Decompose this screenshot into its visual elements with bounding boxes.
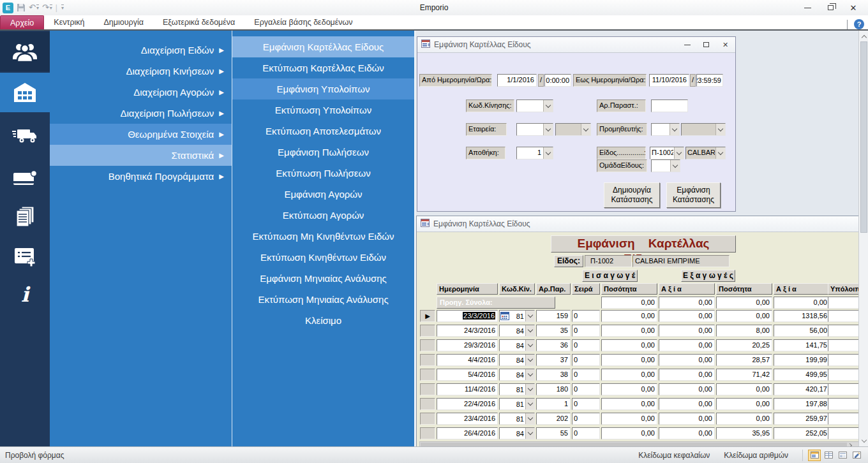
- etaireia-code-combo[interactable]: [516, 123, 553, 136]
- value-out-cell[interactable]: 259,97: [774, 413, 830, 425]
- column-header-bal[interactable]: Υπόλοιπο: [828, 283, 858, 295]
- menu-item-7[interactable]: Βοηθητικά Προγράμματα▶: [50, 166, 232, 187]
- submenu-item-8[interactable]: Εμφάνιση Αγορών: [232, 184, 414, 205]
- date-cell[interactable]: 11/4/2016: [437, 383, 498, 395]
- seira-cell[interactable]: 0: [572, 354, 600, 366]
- vscroll-thumb[interactable]: [860, 41, 867, 233]
- submenu-item-3[interactable]: Εμφάνιση Υπολοίπων: [232, 78, 414, 99]
- column-header-q2[interactable]: Ποσότητα: [716, 283, 772, 295]
- qty-out-cell[interactable]: 0,00: [716, 413, 772, 425]
- value-in-cell[interactable]: 0,00: [659, 354, 715, 366]
- chevron-down-icon[interactable]: [581, 124, 590, 135]
- sidebar-item-credit-card[interactable]: [0, 162, 50, 194]
- chevron-down-icon[interactable]: [715, 124, 725, 135]
- menu-item-2[interactable]: Διαχείριση Κινήσεων▶: [50, 61, 232, 82]
- chevron-down-icon[interactable]: [525, 384, 534, 395]
- row-selector[interactable]: [420, 413, 435, 425]
- chevron-down-icon[interactable]: [525, 340, 534, 351]
- arpar-cell[interactable]: 55: [536, 427, 571, 439]
- column-header-v1[interactable]: Α ξ ί α: [659, 283, 715, 295]
- sidebar-item-info[interactable]: i: [0, 278, 50, 311]
- submenu-item-6[interactable]: Εμφάνιση Πωλήσεων: [232, 142, 414, 163]
- etaireia-name-combo[interactable]: [555, 123, 591, 136]
- chevron-down-icon[interactable]: [715, 147, 725, 159]
- eidos-name-combo[interactable]: CALBARI ΕΜΠΡΙΜΕ: [685, 147, 726, 159]
- dialog-close-button[interactable]: ✕: [719, 40, 731, 50]
- vscroll-up-icon[interactable]: [859, 32, 868, 41]
- row-selector[interactable]: [420, 427, 435, 439]
- chevron-down-icon[interactable]: [543, 147, 553, 159]
- value-out-cell[interactable]: 199,99: [774, 354, 830, 366]
- value-in-cell[interactable]: 0,00: [659, 310, 715, 322]
- balance-cell[interactable]: -8: [828, 325, 858, 337]
- submenu-item-12[interactable]: Εμφάνιση Μηνιαίας Ανάλυσης: [232, 268, 414, 289]
- kod-kinisis-cell[interactable]: 84: [499, 339, 535, 351]
- submenu-item-9[interactable]: Εκτύπωση Αγορών: [232, 205, 414, 226]
- balance-cell[interactable]: -128: [828, 398, 858, 410]
- collapse-ribbon-icon[interactable]: [847, 20, 848, 29]
- seira-cell[interactable]: 0: [572, 413, 600, 425]
- arpar-cell[interactable]: 202: [536, 413, 571, 425]
- value-out-cell[interactable]: 252,05: [774, 427, 830, 439]
- seira-cell[interactable]: 0: [572, 339, 600, 351]
- date-cell[interactable]: 23/3/2016: [437, 310, 498, 322]
- qty-in-cell[interactable]: 0,00: [601, 413, 657, 425]
- submenu-item-5[interactable]: Εκτύπωση Αποτελεσμάτων: [232, 121, 414, 142]
- omada-eidous-combo[interactable]: [651, 159, 680, 172]
- value-out-cell[interactable]: 141,75: [774, 339, 830, 351]
- row-selector[interactable]: [420, 383, 435, 395]
- menu-item-5[interactable]: Θεωρημένα Στοιχεία▶: [50, 124, 232, 145]
- qty-in-cell[interactable]: 0,00: [601, 339, 657, 351]
- sidebar-item-form-add[interactable]: [0, 241, 50, 273]
- kod-kinisis-cell[interactable]: 84: [499, 427, 535, 439]
- chevron-down-icon[interactable]: [543, 124, 553, 135]
- chevron-down-icon[interactable]: [670, 160, 680, 172]
- chevron-down-icon[interactable]: [674, 147, 684, 159]
- qty-out-cell[interactable]: 0,00: [716, 383, 772, 395]
- undo-icon[interactable]: ↶▾: [29, 3, 39, 12]
- kod-kinisis-cell[interactable]: 84: [499, 325, 535, 337]
- qty-out-cell[interactable]: 8,00: [716, 325, 772, 337]
- seira-cell[interactable]: 0: [572, 325, 600, 337]
- balance-cell[interactable]: -128: [828, 369, 858, 381]
- column-header-seira[interactable]: Σειρά: [572, 283, 600, 295]
- value-out-cell[interactable]: 197,88: [774, 398, 830, 410]
- kod-kinisis-cell[interactable]: 81: [499, 398, 535, 410]
- save-icon[interactable]: [17, 3, 26, 12]
- close-button[interactable]: ✕: [846, 3, 860, 13]
- ar-parast-input[interactable]: [651, 99, 688, 112]
- calendar-icon[interactable]: [500, 312, 509, 320]
- chevron-down-icon[interactable]: [525, 355, 534, 365]
- balance-cell[interactable]: -56: [828, 354, 858, 366]
- undo-dropdown-icon[interactable]: ▾: [36, 4, 39, 11]
- kod-kinisis-cell[interactable]: 84: [499, 354, 535, 366]
- arpar-cell[interactable]: 36: [536, 339, 571, 351]
- qat-customize-icon[interactable]: ▾: [61, 4, 64, 11]
- row-selector[interactable]: [420, 398, 435, 410]
- arpar-cell[interactable]: 38: [536, 369, 571, 381]
- balance-cell[interactable]: -28: [828, 339, 858, 351]
- date-cell[interactable]: 23/4/2016: [437, 413, 498, 425]
- value-out-cell[interactable]: 420,17: [774, 383, 830, 395]
- submenu-item-4[interactable]: Εκτύπωση Υπολοίπων: [232, 99, 414, 121]
- column-header-q1[interactable]: Ποσότητα: [601, 283, 657, 295]
- balance-cell[interactable]: -128: [828, 413, 858, 425]
- from-time-input[interactable]: 0:00:00: [544, 74, 571, 87]
- value-out-cell[interactable]: 56,00: [774, 325, 830, 337]
- submenu-item-13[interactable]: Εκτύπωση Μηνιαίας Ανάλυσης: [232, 289, 414, 310]
- seira-cell[interactable]: 0: [572, 310, 600, 322]
- sidebar-item-truck[interactable]: [0, 120, 50, 152]
- qty-out-cell[interactable]: 28,57: [716, 354, 772, 366]
- item-card-titlebar[interactable]: Εμφάνιση Καρτέλλας Είδους: [417, 216, 858, 232]
- value-out-cell[interactable]: 499,95: [774, 369, 830, 381]
- arpar-cell[interactable]: 35: [536, 325, 571, 337]
- chevron-down-icon[interactable]: [670, 124, 679, 135]
- design-view-icon[interactable]: [850, 450, 863, 461]
- row-selector[interactable]: [420, 325, 435, 337]
- qty-out-cell[interactable]: 0,00: [716, 310, 772, 322]
- sidebar-item-documents[interactable]: [0, 200, 50, 233]
- from-date-input[interactable]: 1/1/2016: [497, 74, 537, 87]
- menu-item-3[interactable]: Διαχείριση Αγορών▶: [50, 82, 232, 103]
- value-in-cell[interactable]: 0,00: [659, 413, 715, 425]
- column-header-kod[interactable]: Κωδ.Κίν.: [499, 283, 535, 295]
